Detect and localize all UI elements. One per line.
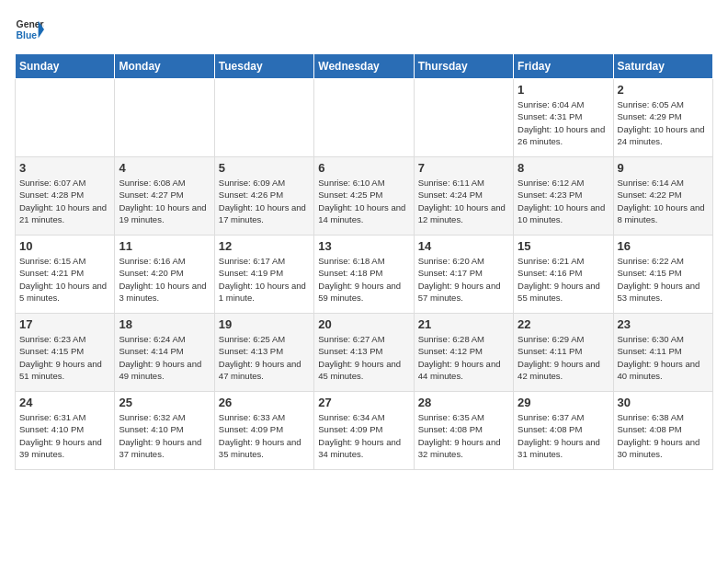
- calendar-cell: 16Sunrise: 6:22 AMSunset: 4:15 PMDayligh…: [613, 236, 712, 314]
- day-info: Sunrise: 6:18 AMSunset: 4:18 PMDaylight:…: [318, 255, 409, 304]
- calendar-cell: [414, 79, 513, 157]
- day-info: Sunrise: 6:08 AMSunset: 4:27 PMDaylight:…: [119, 177, 210, 225]
- day-info: Sunrise: 6:30 AMSunset: 4:11 PMDaylight:…: [618, 333, 709, 382]
- calendar-cell: 24Sunrise: 6:31 AMSunset: 4:10 PMDayligh…: [16, 392, 115, 470]
- day-number: 27: [318, 396, 409, 409]
- day-number: 24: [19, 396, 110, 409]
- calendar-cell: 23Sunrise: 6:30 AMSunset: 4:11 PMDayligh…: [613, 314, 712, 392]
- calendar-cell: 17Sunrise: 6:23 AMSunset: 4:15 PMDayligh…: [16, 314, 115, 392]
- day-info: Sunrise: 6:28 AMSunset: 4:12 PMDaylight:…: [418, 333, 509, 382]
- day-number: 5: [219, 161, 310, 175]
- day-number: 19: [219, 317, 310, 331]
- weekday-header-friday: Friday: [514, 54, 613, 79]
- day-number: 17: [19, 317, 110, 331]
- weekday-header-wednesday: Wednesday: [314, 54, 414, 79]
- day-info: Sunrise: 6:22 AMSunset: 4:15 PMDaylight:…: [618, 255, 709, 304]
- day-info: Sunrise: 6:10 AMSunset: 4:25 PMDaylight:…: [318, 177, 409, 225]
- day-number: 9: [618, 161, 709, 175]
- day-number: 14: [418, 239, 509, 253]
- day-info: Sunrise: 6:14 AMSunset: 4:22 PMDaylight:…: [618, 177, 709, 225]
- calendar-cell: 10Sunrise: 6:15 AMSunset: 4:21 PMDayligh…: [16, 236, 115, 314]
- day-number: 18: [119, 317, 210, 331]
- calendar-cell: 13Sunrise: 6:18 AMSunset: 4:18 PMDayligh…: [314, 236, 414, 314]
- day-number: 1: [518, 83, 609, 97]
- calendar-cell: 3Sunrise: 6:07 AMSunset: 4:28 PMDaylight…: [16, 157, 115, 236]
- day-info: Sunrise: 6:17 AMSunset: 4:19 PMDaylight:…: [219, 255, 310, 304]
- day-number: 15: [518, 239, 609, 253]
- day-number: 16: [618, 239, 709, 253]
- day-number: 8: [518, 161, 609, 175]
- day-info: Sunrise: 6:20 AMSunset: 4:17 PMDaylight:…: [418, 255, 509, 304]
- day-info: Sunrise: 6:05 AMSunset: 4:29 PMDaylight:…: [618, 98, 709, 147]
- calendar-cell: 20Sunrise: 6:27 AMSunset: 4:13 PMDayligh…: [314, 314, 414, 392]
- day-number: 7: [418, 161, 509, 175]
- day-info: Sunrise: 6:04 AMSunset: 4:31 PMDaylight:…: [518, 98, 609, 147]
- calendar-cell: 11Sunrise: 6:16 AMSunset: 4:20 PMDayligh…: [115, 236, 214, 314]
- calendar-cell: 30Sunrise: 6:38 AMSunset: 4:08 PMDayligh…: [613, 392, 712, 470]
- day-number: 13: [318, 239, 409, 253]
- day-number: 22: [518, 317, 609, 331]
- calendar-cell: 18Sunrise: 6:24 AMSunset: 4:14 PMDayligh…: [115, 314, 214, 392]
- day-info: Sunrise: 6:32 AMSunset: 4:10 PMDaylight:…: [119, 411, 210, 460]
- day-info: Sunrise: 6:27 AMSunset: 4:13 PMDaylight:…: [318, 333, 409, 382]
- calendar-cell: 21Sunrise: 6:28 AMSunset: 4:12 PMDayligh…: [414, 314, 513, 392]
- calendar-cell: 29Sunrise: 6:37 AMSunset: 4:08 PMDayligh…: [514, 392, 613, 470]
- day-number: 20: [318, 317, 409, 331]
- day-number: 23: [618, 317, 709, 331]
- day-number: 29: [518, 396, 609, 409]
- logo: General Blue: [15, 15, 44, 44]
- day-number: 4: [119, 161, 210, 175]
- day-number: 30: [618, 396, 709, 409]
- day-info: Sunrise: 6:09 AMSunset: 4:26 PMDaylight:…: [219, 177, 310, 225]
- day-number: 25: [119, 396, 210, 409]
- day-info: Sunrise: 6:11 AMSunset: 4:24 PMDaylight:…: [418, 177, 509, 225]
- day-info: Sunrise: 6:21 AMSunset: 4:16 PMDaylight:…: [518, 255, 609, 304]
- day-info: Sunrise: 6:38 AMSunset: 4:08 PMDaylight:…: [618, 411, 709, 460]
- day-number: 21: [418, 317, 509, 331]
- day-number: 3: [19, 161, 110, 175]
- calendar-cell: 1Sunrise: 6:04 AMSunset: 4:31 PMDaylight…: [514, 79, 613, 157]
- day-info: Sunrise: 6:31 AMSunset: 4:10 PMDaylight:…: [19, 411, 110, 460]
- calendar-cell: [115, 79, 214, 157]
- calendar-cell: 2Sunrise: 6:05 AMSunset: 4:29 PMDaylight…: [613, 79, 712, 157]
- calendar-cell: 8Sunrise: 6:12 AMSunset: 4:23 PMDaylight…: [514, 157, 613, 236]
- calendar-cell: 19Sunrise: 6:25 AMSunset: 4:13 PMDayligh…: [214, 314, 313, 392]
- calendar-cell: 6Sunrise: 6:10 AMSunset: 4:25 PMDaylight…: [314, 157, 414, 236]
- day-info: Sunrise: 6:16 AMSunset: 4:20 PMDaylight:…: [119, 255, 210, 304]
- calendar-cell: 22Sunrise: 6:29 AMSunset: 4:11 PMDayligh…: [514, 314, 613, 392]
- weekday-header-saturday: Saturday: [613, 54, 712, 79]
- day-number: 12: [219, 239, 310, 253]
- day-info: Sunrise: 6:07 AMSunset: 4:28 PMDaylight:…: [19, 177, 110, 225]
- logo-icon: General Blue: [15, 15, 44, 44]
- calendar-cell: 26Sunrise: 6:33 AMSunset: 4:09 PMDayligh…: [214, 392, 313, 470]
- weekday-header-tuesday: Tuesday: [214, 54, 313, 79]
- calendar-cell: 28Sunrise: 6:35 AMSunset: 4:08 PMDayligh…: [414, 392, 513, 470]
- day-info: Sunrise: 6:23 AMSunset: 4:15 PMDaylight:…: [19, 333, 110, 382]
- calendar-cell: 4Sunrise: 6:08 AMSunset: 4:27 PMDaylight…: [115, 157, 214, 236]
- calendar-cell: 27Sunrise: 6:34 AMSunset: 4:09 PMDayligh…: [314, 392, 414, 470]
- calendar-table: SundayMondayTuesdayWednesdayThursdayFrid…: [15, 53, 713, 470]
- calendar-cell: [16, 79, 115, 157]
- calendar-cell: 7Sunrise: 6:11 AMSunset: 4:24 PMDaylight…: [414, 157, 513, 236]
- day-info: Sunrise: 6:24 AMSunset: 4:14 PMDaylight:…: [119, 333, 210, 382]
- header: General Blue: [15, 15, 713, 44]
- day-info: Sunrise: 6:35 AMSunset: 4:08 PMDaylight:…: [418, 411, 509, 460]
- calendar-cell: 12Sunrise: 6:17 AMSunset: 4:19 PMDayligh…: [214, 236, 313, 314]
- day-number: 26: [219, 396, 310, 409]
- day-number: 10: [19, 239, 110, 253]
- day-info: Sunrise: 6:15 AMSunset: 4:21 PMDaylight:…: [19, 255, 110, 304]
- day-info: Sunrise: 6:25 AMSunset: 4:13 PMDaylight:…: [219, 333, 310, 382]
- day-info: Sunrise: 6:34 AMSunset: 4:09 PMDaylight:…: [318, 411, 409, 460]
- calendar-cell: 15Sunrise: 6:21 AMSunset: 4:16 PMDayligh…: [514, 236, 613, 314]
- day-number: 28: [418, 396, 509, 409]
- calendar-cell: [314, 79, 414, 157]
- day-number: 11: [119, 239, 210, 253]
- day-info: Sunrise: 6:12 AMSunset: 4:23 PMDaylight:…: [518, 177, 609, 225]
- calendar-cell: [214, 79, 313, 157]
- day-number: 2: [618, 83, 709, 97]
- day-info: Sunrise: 6:29 AMSunset: 4:11 PMDaylight:…: [518, 333, 609, 382]
- day-number: 6: [318, 161, 409, 175]
- weekday-header-thursday: Thursday: [414, 54, 513, 79]
- calendar-cell: 25Sunrise: 6:32 AMSunset: 4:10 PMDayligh…: [115, 392, 214, 470]
- weekday-header-sunday: Sunday: [16, 54, 115, 79]
